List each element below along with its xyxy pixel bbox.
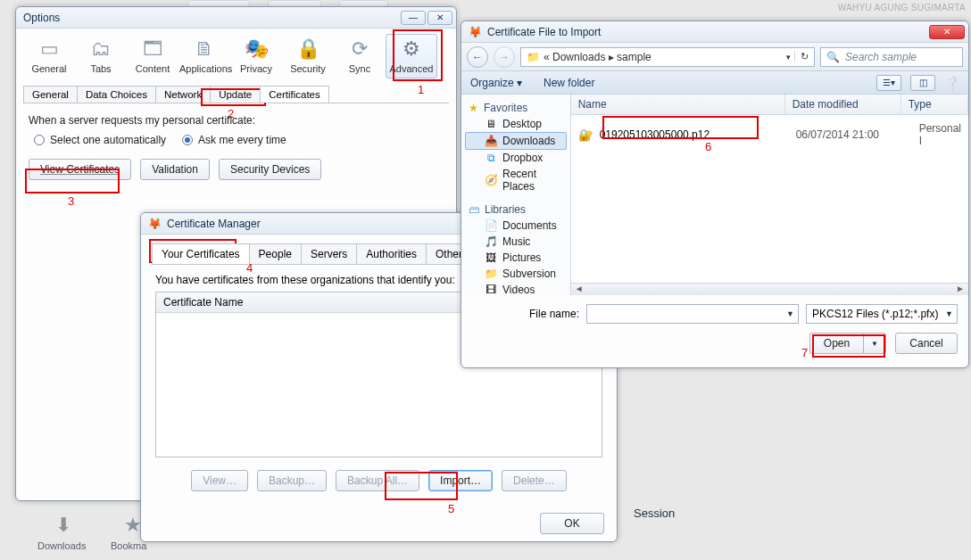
downloads-folder-icon: 📥 — [485, 135, 497, 147]
horizontal-scrollbar[interactable] — [571, 283, 968, 295]
open-button[interactable]: Open — [809, 333, 863, 354]
nav-dropbox[interactable]: ⧉Dropbox — [465, 150, 567, 166]
certmgr-import-button[interactable]: Import… — [428, 470, 493, 491]
open-dropdown-button[interactable]: ▼ — [863, 333, 886, 354]
chevron-down-icon[interactable]: ▼ — [945, 309, 953, 318]
certmgr-backup-button[interactable]: Backup… — [257, 470, 327, 491]
file-list-pane: Name Date modified Type 🔐019205103005000… — [571, 95, 968, 295]
certificates-pane: When a server requests my personal certi… — [16, 103, 456, 191]
col-name[interactable]: Name — [571, 95, 785, 114]
nav-recent[interactable]: 🧭Recent Places — [465, 166, 567, 194]
validation-button[interactable]: Validation — [140, 159, 210, 180]
dropbox-icon: ⧉ — [485, 152, 497, 164]
file-filter-select[interactable]: PKCS12 Files (*.p12;*.pfx)▼ — [806, 304, 958, 324]
anno-6: 6 — [705, 140, 711, 153]
chevron-down-icon[interactable]: ▼ — [786, 309, 794, 318]
chevron-down-icon[interactable]: ▾ — [786, 53, 791, 62]
certmgr-delete-button[interactable]: Delete… — [502, 470, 567, 491]
tool-tabs[interactable]: 🗂Tabs — [75, 34, 127, 78]
tab-people[interactable]: People — [249, 243, 302, 264]
certmgr-ok-button[interactable]: OK — [540, 513, 604, 534]
tool-privacy[interactable]: 🎭Privacy — [230, 34, 282, 78]
favorites-label: Favorites — [484, 102, 527, 114]
libraries-icon: 🗃 — [469, 203, 479, 216]
col-type[interactable]: Type — [901, 95, 968, 114]
subtab-network[interactable]: Network — [155, 86, 211, 103]
anno-7: 7 — [801, 346, 808, 359]
options-toolbar: ▭General 🗂Tabs 🗔Content 🗎Applications 🎭P… — [16, 29, 456, 80]
nav-videos[interactable]: 🎞Videos — [465, 282, 567, 295]
cert-file-icon: 🔐 — [578, 128, 593, 142]
nav-documents[interactable]: 📄Documents — [465, 218, 567, 234]
minimize-button[interactable]: — — [401, 11, 426, 25]
tool-applications[interactable]: 🗎Applications — [178, 34, 230, 78]
tab-servers[interactable]: Servers — [301, 243, 357, 264]
nav-downloads[interactable]: 📥Downloads — [465, 132, 567, 150]
nav-desktop-label: Desktop — [502, 118, 542, 130]
security-devices-button[interactable]: Security Devices — [219, 159, 321, 180]
nav-pictures-label: Pictures — [502, 251, 541, 264]
downloads-icon[interactable]: ⬇ — [50, 514, 77, 537]
help-icon[interactable]: ❔ — [944, 76, 959, 90]
tool-applications-label: Applications — [179, 63, 232, 74]
subtab-data-choices[interactable]: Data Choices — [77, 86, 156, 103]
file-area[interactable]: 🔐019205103005000.p12 06/07/2014 21:00 Pe… — [571, 115, 968, 283]
subtab-update[interactable]: Update — [210, 86, 261, 103]
nav-music[interactable]: 🎵Music — [465, 234, 567, 250]
anno-3: 3 — [68, 194, 74, 208]
options-titlebar: Options — ✕ — [16, 7, 456, 29]
radio-select-auto-label: Select one automatically — [50, 134, 166, 146]
breadcrumb[interactable]: 📁 « Downloads ▸ sample ▾ ↻ — [520, 47, 815, 67]
recent-icon: 🧭 — [485, 174, 497, 186]
tool-advanced-label: Advanced — [390, 63, 434, 74]
file-filter-label: PKCS12 Files (*.p12;*.pfx) — [812, 308, 938, 320]
tool-security[interactable]: 🔒Security — [282, 34, 334, 78]
nav-desktop[interactable]: 🖥Desktop — [465, 116, 567, 132]
refresh-icon[interactable]: ↻ — [794, 51, 809, 62]
libraries-header[interactable]: 🗃Libraries — [465, 202, 567, 218]
filename-input[interactable]: ▼ — [586, 304, 799, 324]
filedlg-title: Certificate File to Import — [487, 26, 601, 38]
tab-your-certificates[interactable]: Your Certificates — [152, 243, 250, 264]
subtab-certificates[interactable]: Certificates — [260, 86, 329, 103]
open-button-split: Open ▼ — [809, 333, 886, 354]
subtab-general[interactable]: General — [23, 86, 78, 103]
tool-advanced[interactable]: ⚙Advanced — [386, 34, 437, 78]
organize-menu[interactable]: Organize ▾ — [470, 77, 522, 89]
tool-sync[interactable]: ⟳Sync — [334, 34, 386, 78]
radio-ask-every-time[interactable]: Ask me every time — [182, 134, 286, 146]
tool-security-label: Security — [290, 63, 326, 74]
tool-content[interactable]: 🗔Content — [127, 34, 178, 78]
search-input[interactable]: 🔍 Search sample — [820, 47, 963, 67]
preview-pane-button[interactable]: ◫ — [910, 75, 935, 91]
tool-privacy-label: Privacy — [240, 63, 272, 74]
nav-pictures[interactable]: 🖼Pictures — [465, 250, 567, 266]
anno-1: 1 — [418, 83, 424, 96]
nav-subversion[interactable]: 📁Subversion — [465, 266, 567, 282]
tab-authorities[interactable]: Authorities — [356, 243, 427, 264]
cancel-button[interactable]: Cancel — [895, 333, 958, 354]
tool-general[interactable]: ▭General — [23, 34, 75, 78]
file-list-header: Name Date modified Type — [571, 95, 968, 115]
breadcrumb-text: « Downloads ▸ sample — [544, 51, 651, 63]
forward-button[interactable]: → — [494, 46, 515, 68]
filedlg-close-button[interactable]: ✕ — [929, 25, 965, 39]
new-folder-button[interactable]: New folder — [544, 77, 594, 89]
documents-icon: 📄 — [485, 219, 497, 232]
radio-select-auto[interactable]: Select one automatically — [34, 134, 166, 146]
certmgr-backupall-button[interactable]: Backup All… — [336, 470, 419, 491]
back-button[interactable]: ← — [467, 46, 488, 68]
certmgr-view-button[interactable]: View… — [191, 470, 248, 491]
view-certificates-button[interactable]: View Certificates — [29, 159, 131, 180]
cert-prompt: When a server requests my personal certi… — [29, 114, 444, 127]
pictures-icon: 🖼 — [485, 251, 497, 264]
close-button[interactable]: ✕ — [427, 11, 452, 25]
favorites-header[interactable]: ★Favorites — [465, 100, 567, 116]
file-row[interactable]: 🔐019205103005000.p12 06/07/2014 21:00 Pe… — [575, 120, 965, 149]
navigation-pane: ★Favorites 🖥Desktop 📥Downloads ⧉Dropbox … — [461, 95, 571, 295]
col-date[interactable]: Date modified — [785, 95, 901, 114]
libraries-label: Libraries — [485, 203, 526, 216]
folder-icon: 📁 — [527, 51, 540, 63]
firefox-icon: 🦊 — [148, 218, 162, 230]
view-mode-button[interactable]: ☰▾ — [876, 75, 901, 91]
